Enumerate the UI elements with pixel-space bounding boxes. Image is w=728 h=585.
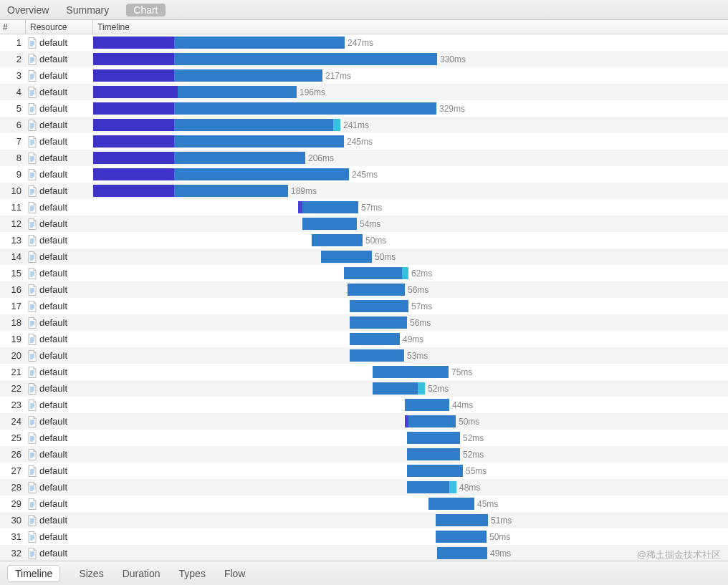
resource-label: default bbox=[39, 548, 67, 559]
row-number: 25 bbox=[0, 432, 26, 443]
file-icon bbox=[27, 432, 37, 444]
table-row[interactable]: 6 default241ms bbox=[0, 117, 728, 133]
timeline-bar[interactable]: 49ms bbox=[350, 333, 423, 345]
resource-cell: default bbox=[26, 498, 93, 510]
table-row[interactable]: 9 default245ms bbox=[0, 166, 728, 183]
table-row[interactable]: 31 default50ms bbox=[0, 528, 728, 545]
table-row[interactable]: 3 default217ms bbox=[0, 67, 728, 84]
table-row[interactable]: 32 default49ms bbox=[0, 545, 728, 561]
timeline-bar[interactable]: 50ms bbox=[321, 251, 396, 263]
table-row[interactable]: 5 default329ms bbox=[0, 100, 728, 117]
timeline-bar[interactable]: 52ms bbox=[407, 432, 484, 444]
row-number: 1 bbox=[0, 37, 26, 48]
timeline-bar[interactable]: 196ms bbox=[93, 86, 325, 98]
timeline-bar[interactable]: 217ms bbox=[93, 69, 351, 82]
timeline-bar[interactable]: 45ms bbox=[428, 498, 498, 510]
timeline-bar[interactable]: 245ms bbox=[93, 168, 378, 180]
row-number: 17 bbox=[0, 301, 26, 311]
bar-segment-receive bbox=[350, 300, 408, 312]
table-row[interactable]: 25 default52ms bbox=[0, 430, 728, 446]
timeline-bar[interactable]: 189ms bbox=[93, 185, 317, 197]
tab-sizes[interactable]: Sizes bbox=[79, 568, 103, 579]
table-row[interactable]: 19 default49ms bbox=[0, 331, 728, 347]
table-row[interactable]: 23 default44ms bbox=[0, 397, 728, 413]
table-row[interactable]: 26 default52ms bbox=[0, 446, 728, 463]
row-number: 20 bbox=[0, 350, 26, 361]
file-icon bbox=[27, 531, 37, 543]
table-row[interactable]: 10 default189ms bbox=[0, 183, 728, 199]
tab-chart[interactable]: Chart bbox=[126, 4, 165, 16]
timeline-bar[interactable]: 56ms bbox=[350, 316, 431, 329]
tab-duration[interactable]: Duration bbox=[123, 568, 161, 579]
column-timeline-header[interactable]: Timeline bbox=[93, 20, 728, 34]
table-row[interactable]: 13 default50ms bbox=[0, 232, 728, 248]
timeline-bar[interactable]: 57ms bbox=[298, 201, 382, 213]
tab-timeline[interactable]: Timeline bbox=[7, 565, 60, 582]
timeline-bar[interactable]: 50ms bbox=[436, 531, 510, 543]
bar-segment-receive bbox=[408, 415, 456, 427]
table-row[interactable]: 21 default75ms bbox=[0, 364, 728, 380]
timeline-bar[interactable]: 44ms bbox=[405, 399, 473, 411]
table-row[interactable]: 27 default55ms bbox=[0, 463, 728, 479]
tab-summary[interactable]: Summary bbox=[66, 0, 109, 20]
table-row[interactable]: 20 default53ms bbox=[0, 347, 728, 364]
table-row[interactable]: 2 default330ms bbox=[0, 51, 728, 67]
table-row[interactable]: 11 default57ms bbox=[0, 199, 728, 216]
column-resource-header[interactable]: Resource bbox=[26, 20, 93, 34]
table-row[interactable]: 16 default56ms bbox=[0, 281, 728, 298]
tab-flow[interactable]: Flow bbox=[224, 568, 246, 579]
row-number: 13 bbox=[0, 235, 26, 246]
resource-label: default bbox=[39, 87, 67, 97]
timeline-cell: 52ms bbox=[93, 446, 728, 463]
timeline-bar[interactable]: 245ms bbox=[93, 135, 373, 148]
table-row[interactable]: 22 default52ms bbox=[0, 380, 728, 397]
column-number-header[interactable]: # bbox=[0, 20, 26, 34]
file-icon bbox=[27, 284, 37, 296]
table-row[interactable]: 28 default48ms bbox=[0, 479, 728, 495]
resource-cell: default bbox=[26, 482, 93, 493]
table-row[interactable]: 1 default247ms bbox=[0, 34, 728, 51]
timeline-bar[interactable]: 329ms bbox=[93, 102, 465, 115]
table-row[interactable]: 30 default51ms bbox=[0, 512, 728, 528]
timeline-bar[interactable]: 330ms bbox=[93, 53, 466, 65]
table-row[interactable]: 8 default206ms bbox=[0, 150, 728, 166]
row-number: 8 bbox=[0, 153, 26, 163]
timeline-bar[interactable]: 49ms bbox=[437, 547, 511, 559]
timeline-bar[interactable]: 206ms bbox=[93, 152, 334, 164]
timeline-bar[interactable]: 51ms bbox=[436, 514, 512, 526]
timeline-bar[interactable]: 57ms bbox=[350, 300, 432, 312]
row-number: 27 bbox=[0, 465, 26, 476]
timeline-bar[interactable]: 52ms bbox=[407, 448, 484, 460]
timeline-bar[interactable]: 55ms bbox=[407, 465, 487, 477]
table-row[interactable]: 7 default245ms bbox=[0, 133, 728, 150]
timeline-bar[interactable]: 48ms bbox=[407, 481, 480, 493]
table-row[interactable]: 15 default62ms bbox=[0, 265, 728, 281]
timeline-bar[interactable]: 75ms bbox=[373, 366, 472, 378]
tab-overview[interactable]: Overview bbox=[7, 0, 49, 20]
table-row[interactable]: 14 default50ms bbox=[0, 248, 728, 265]
timeline-bar[interactable]: 50ms bbox=[312, 234, 386, 246]
timeline-bar[interactable]: 54ms bbox=[302, 218, 380, 230]
resource-label: default bbox=[39, 482, 67, 493]
timeline-bar[interactable]: 53ms bbox=[350, 349, 428, 362]
duration-label: 206ms bbox=[308, 153, 334, 163]
row-number: 3 bbox=[0, 70, 26, 81]
duration-label: 51ms bbox=[491, 516, 512, 526]
duration-label: 44ms bbox=[452, 400, 473, 410]
file-icon bbox=[27, 120, 37, 131]
table-row[interactable]: 24 default50ms bbox=[0, 413, 728, 430]
timeline-bar[interactable]: 50ms bbox=[405, 415, 479, 427]
table-row[interactable]: 4 default196ms bbox=[0, 84, 728, 100]
timeline-bar[interactable]: 56ms bbox=[348, 284, 428, 296]
timeline-bar[interactable]: 247ms bbox=[93, 37, 373, 49]
file-icon bbox=[27, 317, 37, 329]
timeline-bar[interactable]: 241ms bbox=[93, 119, 369, 131]
timeline-bar[interactable]: 52ms bbox=[373, 382, 449, 395]
table-row[interactable]: 18 default56ms bbox=[0, 314, 728, 331]
table-row[interactable]: 17 default57ms bbox=[0, 298, 728, 314]
timeline-bar[interactable]: 62ms bbox=[344, 267, 432, 279]
table-row[interactable]: 29 default45ms bbox=[0, 495, 728, 512]
table-row[interactable]: 12 default54ms bbox=[0, 216, 728, 232]
timeline-cell: 206ms bbox=[93, 150, 728, 166]
tab-types[interactable]: Types bbox=[179, 568, 206, 579]
